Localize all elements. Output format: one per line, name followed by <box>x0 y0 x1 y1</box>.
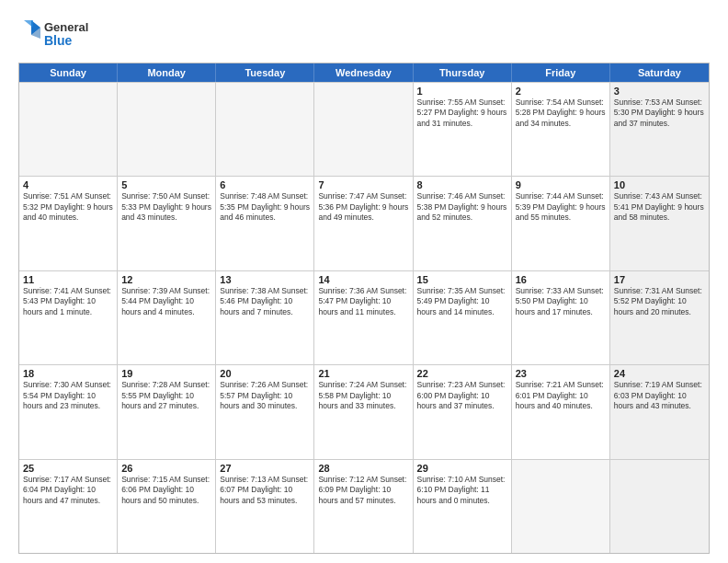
day-info: Sunrise: 7:39 AM Sunset: 5:44 PM Dayligh… <box>121 286 211 317</box>
calendar-cell-r2-c5: 16Sunrise: 7:33 AM Sunset: 5:50 PM Dayli… <box>512 271 610 364</box>
day-number: 21 <box>318 368 408 379</box>
calendar-row-1: 4Sunrise: 7:51 AM Sunset: 5:32 PM Daylig… <box>19 176 709 270</box>
day-number: 20 <box>220 368 310 379</box>
calendar-cell-r2-c0: 11Sunrise: 7:41 AM Sunset: 5:43 PM Dayli… <box>19 271 118 364</box>
day-number: 19 <box>121 368 211 379</box>
calendar-cell-r0-c0 <box>19 83 118 176</box>
calendar-body: 1Sunrise: 7:55 AM Sunset: 5:27 PM Daylig… <box>19 82 709 553</box>
calendar-cell-r3-c1: 19Sunrise: 7:28 AM Sunset: 5:55 PM Dayli… <box>118 365 216 458</box>
calendar-cell-r2-c2: 13Sunrise: 7:38 AM Sunset: 5:46 PM Dayli… <box>216 271 314 364</box>
day-number: 2 <box>516 86 606 97</box>
day-info: Sunrise: 7:53 AM Sunset: 5:30 PM Dayligh… <box>614 98 705 129</box>
calendar-header: SundayMondayTuesdayWednesdayThursdayFrid… <box>19 63 709 82</box>
calendar-cell-r4-c0: 25Sunrise: 7:17 AM Sunset: 6:04 PM Dayli… <box>19 460 118 553</box>
calendar-cell-r3-c5: 23Sunrise: 7:21 AM Sunset: 6:01 PM Dayli… <box>512 365 610 458</box>
svg-text:Blue: Blue <box>44 33 73 48</box>
day-number: 27 <box>220 463 310 474</box>
day-info: Sunrise: 7:30 AM Sunset: 5:54 PM Dayligh… <box>23 380 113 411</box>
calendar-cell-r1-c1: 5Sunrise: 7:50 AM Sunset: 5:33 PM Daylig… <box>118 177 216 270</box>
calendar-cell-r1-c5: 9Sunrise: 7:44 AM Sunset: 5:39 PM Daylig… <box>512 177 610 270</box>
weekday-header-friday: Friday <box>512 63 610 82</box>
day-number: 12 <box>121 274 211 285</box>
day-number: 17 <box>614 274 705 285</box>
calendar-cell-r0-c2 <box>216 83 314 176</box>
day-info: Sunrise: 7:28 AM Sunset: 5:55 PM Dayligh… <box>121 380 211 411</box>
page-header: General Blue <box>18 15 710 55</box>
day-number: 9 <box>516 179 606 190</box>
calendar-row-4: 25Sunrise: 7:17 AM Sunset: 6:04 PM Dayli… <box>19 459 709 553</box>
calendar-cell-r3-c2: 20Sunrise: 7:26 AM Sunset: 5:57 PM Dayli… <box>216 365 314 458</box>
calendar: SundayMondayTuesdayWednesdayThursdayFrid… <box>18 63 710 554</box>
calendar-cell-r0-c4: 1Sunrise: 7:55 AM Sunset: 5:27 PM Daylig… <box>414 83 512 176</box>
day-number: 6 <box>220 179 310 190</box>
calendar-cell-r1-c3: 7Sunrise: 7:47 AM Sunset: 5:36 PM Daylig… <box>314 177 413 270</box>
calendar-cell-r3-c0: 18Sunrise: 7:30 AM Sunset: 5:54 PM Dayli… <box>19 365 118 458</box>
day-info: Sunrise: 7:38 AM Sunset: 5:46 PM Dayligh… <box>220 286 310 317</box>
day-info: Sunrise: 7:50 AM Sunset: 5:33 PM Dayligh… <box>121 191 211 223</box>
calendar-cell-r4-c1: 26Sunrise: 7:15 AM Sunset: 6:06 PM Dayli… <box>118 460 216 553</box>
calendar-row-2: 11Sunrise: 7:41 AM Sunset: 5:43 PM Dayli… <box>19 270 709 364</box>
day-info: Sunrise: 7:46 AM Sunset: 5:38 PM Dayligh… <box>417 191 507 223</box>
day-info: Sunrise: 7:51 AM Sunset: 5:32 PM Dayligh… <box>23 191 113 223</box>
day-info: Sunrise: 7:31 AM Sunset: 5:52 PM Dayligh… <box>614 286 705 317</box>
day-number: 18 <box>23 368 113 379</box>
day-number: 5 <box>121 179 211 190</box>
day-info: Sunrise: 7:13 AM Sunset: 6:07 PM Dayligh… <box>220 475 310 506</box>
calendar-cell-r2-c6: 17Sunrise: 7:31 AM Sunset: 5:52 PM Dayli… <box>610 271 709 364</box>
day-number: 29 <box>417 463 507 474</box>
calendar-cell-r3-c3: 21Sunrise: 7:24 AM Sunset: 5:58 PM Dayli… <box>314 365 413 458</box>
day-number: 3 <box>614 86 705 97</box>
day-info: Sunrise: 7:21 AM Sunset: 6:01 PM Dayligh… <box>516 380 606 411</box>
calendar-row-0: 1Sunrise: 7:55 AM Sunset: 5:27 PM Daylig… <box>19 82 709 176</box>
day-info: Sunrise: 7:10 AM Sunset: 6:10 PM Dayligh… <box>417 475 507 506</box>
weekday-header-saturday: Saturday <box>610 63 709 82</box>
calendar-row-3: 18Sunrise: 7:30 AM Sunset: 5:54 PM Dayli… <box>19 364 709 458</box>
calendar-cell-r1-c6: 10Sunrise: 7:43 AM Sunset: 5:41 PM Dayli… <box>610 177 709 270</box>
day-info: Sunrise: 7:17 AM Sunset: 6:04 PM Dayligh… <box>23 475 113 506</box>
day-number: 11 <box>23 274 113 285</box>
day-info: Sunrise: 7:24 AM Sunset: 5:58 PM Dayligh… <box>318 380 408 411</box>
calendar-cell-r1-c0: 4Sunrise: 7:51 AM Sunset: 5:32 PM Daylig… <box>19 177 118 270</box>
day-info: Sunrise: 7:19 AM Sunset: 6:03 PM Dayligh… <box>614 380 705 411</box>
day-number: 16 <box>516 274 606 285</box>
day-number: 4 <box>23 179 113 190</box>
day-number: 23 <box>516 368 606 379</box>
calendar-cell-r1-c4: 8Sunrise: 7:46 AM Sunset: 5:38 PM Daylig… <box>414 177 512 270</box>
calendar-cell-r4-c4: 29Sunrise: 7:10 AM Sunset: 6:10 PM Dayli… <box>414 460 512 553</box>
day-number: 22 <box>417 368 507 379</box>
day-info: Sunrise: 7:12 AM Sunset: 6:09 PM Dayligh… <box>318 475 408 506</box>
logo: General Blue <box>18 15 101 55</box>
day-info: Sunrise: 7:15 AM Sunset: 6:06 PM Dayligh… <box>121 475 211 506</box>
calendar-cell-r0-c1 <box>118 83 216 176</box>
weekday-header-thursday: Thursday <box>414 63 512 82</box>
day-number: 25 <box>23 463 113 474</box>
svg-text:General: General <box>44 20 88 34</box>
svg-marker-3 <box>24 20 33 28</box>
day-info: Sunrise: 7:26 AM Sunset: 5:57 PM Dayligh… <box>220 380 310 411</box>
day-number: 1 <box>417 86 507 97</box>
calendar-cell-r2-c4: 15Sunrise: 7:35 AM Sunset: 5:49 PM Dayli… <box>414 271 512 364</box>
day-number: 8 <box>417 179 507 190</box>
calendar-cell-r1-c2: 6Sunrise: 7:48 AM Sunset: 5:35 PM Daylig… <box>216 177 314 270</box>
calendar-cell-r3-c6: 24Sunrise: 7:19 AM Sunset: 6:03 PM Dayli… <box>610 365 709 458</box>
day-info: Sunrise: 7:41 AM Sunset: 5:43 PM Dayligh… <box>23 286 113 317</box>
calendar-cell-r2-c1: 12Sunrise: 7:39 AM Sunset: 5:44 PM Dayli… <box>118 271 216 364</box>
day-info: Sunrise: 7:23 AM Sunset: 6:00 PM Dayligh… <box>417 380 507 411</box>
day-number: 10 <box>614 179 705 190</box>
day-info: Sunrise: 7:48 AM Sunset: 5:35 PM Dayligh… <box>220 191 310 223</box>
day-number: 24 <box>614 368 705 379</box>
day-number: 13 <box>220 274 310 285</box>
weekday-header-wednesday: Wednesday <box>314 63 413 82</box>
day-info: Sunrise: 7:55 AM Sunset: 5:27 PM Dayligh… <box>417 98 507 129</box>
day-number: 15 <box>417 274 507 285</box>
calendar-cell-r2-c3: 14Sunrise: 7:36 AM Sunset: 5:47 PM Dayli… <box>314 271 413 364</box>
weekday-header-monday: Monday <box>118 63 216 82</box>
day-info: Sunrise: 7:54 AM Sunset: 5:28 PM Dayligh… <box>516 98 606 129</box>
calendar-cell-r4-c6 <box>610 460 709 553</box>
calendar-cell-r3-c4: 22Sunrise: 7:23 AM Sunset: 6:00 PM Dayli… <box>414 365 512 458</box>
day-number: 26 <box>121 463 211 474</box>
day-info: Sunrise: 7:44 AM Sunset: 5:39 PM Dayligh… <box>516 191 606 223</box>
calendar-cell-r4-c2: 27Sunrise: 7:13 AM Sunset: 6:07 PM Dayli… <box>216 460 314 553</box>
day-number: 14 <box>318 274 408 285</box>
calendar-cell-r4-c5 <box>512 460 610 553</box>
